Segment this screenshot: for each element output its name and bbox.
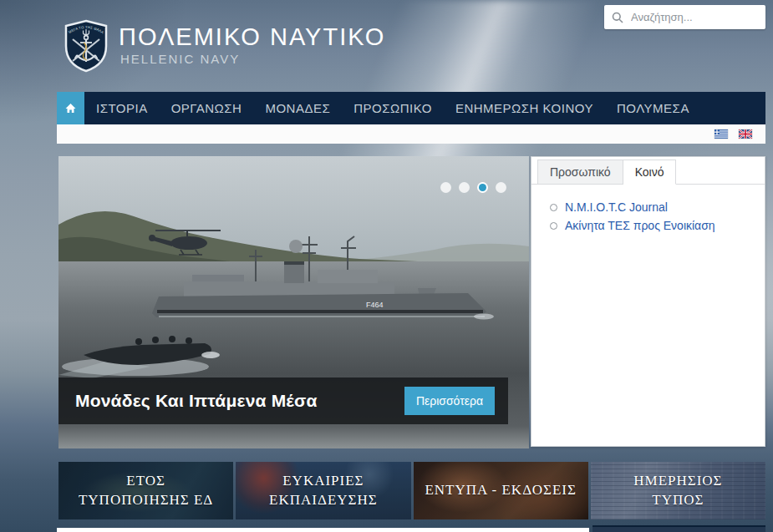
- tab-koino[interactable]: Κοινό: [623, 160, 677, 185]
- bullet-icon: [550, 222, 557, 230]
- nav-item-monades[interactable]: ΜΟΝΑΔΕΣ: [253, 92, 342, 124]
- nav-home-button[interactable]: [57, 92, 84, 124]
- greek-flag-icon[interactable]: [715, 129, 728, 139]
- carousel-dot-4[interactable]: [496, 182, 506, 193]
- banner-eukairies-ekpaideusis[interactable]: ΕΥΚΑΙΡΙΕΣ ΕΚΠΑΙΔΕΥΣΗΣ: [236, 462, 410, 519]
- link-akinita-tes[interactable]: Ακίνητα ΤΕΣ προς Ενοικίαση: [565, 219, 715, 232]
- list-item: Ακίνητα ΤΕΣ προς Ενοικίαση: [531, 216, 765, 235]
- carousel-slide[interactable]: F464 Μονάδες Και Ιπτάμενα Μέσα Περισσό: [58, 156, 529, 448]
- link-nmiotc-journal[interactable]: N.M.I.O.T.C Journal: [565, 200, 668, 214]
- bullet-icon: [550, 204, 557, 211]
- carousel-dot-2[interactable]: [459, 182, 470, 193]
- ship-hull-number: F464: [366, 301, 384, 309]
- panel-tab-bar: Προσωπικό Κοινό: [531, 157, 765, 185]
- list-item: N.M.I.O.T.C Journal: [531, 198, 765, 216]
- main-nav: ΙΣΤΟΡΙΑ ΟΡΓΑΝΩΣΗ ΜΟΝΑΔΕΣ ΠΡΟΣΩΠΙΚΟ ΕΝΗΜΕ…: [57, 92, 765, 124]
- carousel-dots: [440, 182, 506, 193]
- navy-emblem-icon[interactable]: ΜΕΓΑ ΤΟ ΤΗΣ ΘΑΛΑΣΣΗΣ ΚΡΑΤΟΣ: [62, 18, 110, 73]
- page: ΜΕΓΑ ΤΟ ΤΗΣ ΘΑΛΑΣΣΗΣ ΚΡΑΤΟΣ ΠΟΛΕΜΙΚΟ ΝΑΥ…: [0, 0, 773, 532]
- next-section-navy-strip: [592, 525, 765, 532]
- site-title: ΠΟΛΕΜΙΚΟ ΝΑΥΤΙΚΟ: [119, 23, 385, 51]
- next-section-white-strip: [57, 528, 589, 532]
- carousel-dot-3-active[interactable]: [477, 182, 488, 193]
- banner-imerisios-typos[interactable]: ΗΜΕΡΗΣΙΟΣ ΤΥΠΟΣ: [591, 462, 765, 519]
- nav-item-enimerosi-koinou[interactable]: ΕΝΗΜΕΡΩΣΗ ΚΟΙΝΟΥ: [444, 92, 605, 124]
- nav-item-organosi[interactable]: ΟΡΓΑΝΩΣΗ: [160, 92, 254, 124]
- banner-etos-typopoiisis[interactable]: ΕΤΟΣ ΤΥΠΟΠΟΙΗΣΗΣ ΕΔ: [58, 462, 233, 519]
- slide-caption-title: Μονάδες Και Ιπτάμενα Μέσα: [75, 391, 318, 411]
- search-icon: [612, 12, 623, 23]
- nav-item-polymesa[interactable]: ΠΟΛΥΜΕΣΑ: [605, 92, 701, 124]
- banner-row: ΕΤΟΣ ΤΥΠΟΠΟΙΗΣΗΣ ΕΔ ΕΥΚΑΙΡΙΕΣ ΕΚΠΑΙΔΕΥΣΗ…: [58, 462, 765, 519]
- nav-item-istoria[interactable]: ΙΣΤΟΡΙΑ: [84, 92, 160, 124]
- banner-entypa-ekdoseis[interactable]: ΕΝΤΥΠΑ - ΕΚΔΟΣΕΙΣ: [414, 462, 588, 519]
- search-input[interactable]: [629, 4, 773, 30]
- tab-prosopiko[interactable]: Προσωπικό: [537, 160, 623, 185]
- more-button[interactable]: Περισσότερα: [404, 387, 495, 415]
- site-subtitle: HELLENIC NAVY: [120, 52, 240, 66]
- carousel-dot-1[interactable]: [440, 182, 451, 193]
- panel-link-list: N.M.I.O.T.C Journal Ακίνητα ΤΕΣ προς Ενο…: [531, 185, 765, 235]
- uk-flag-icon[interactable]: [739, 129, 752, 139]
- side-tab-panel: Προσωπικό Κοινό N.M.I.O.T.C Journal Ακίν…: [531, 156, 765, 447]
- nav-item-prosopiko[interactable]: ΠΡΟΣΩΠΙΚΟ: [342, 92, 444, 124]
- search-box: [604, 5, 765, 29]
- slide-caption-bar: Μονάδες Και Ιπτάμενα Μέσα Περισσότερα: [58, 377, 508, 424]
- language-bar: [57, 124, 765, 144]
- home-icon: [64, 102, 77, 114]
